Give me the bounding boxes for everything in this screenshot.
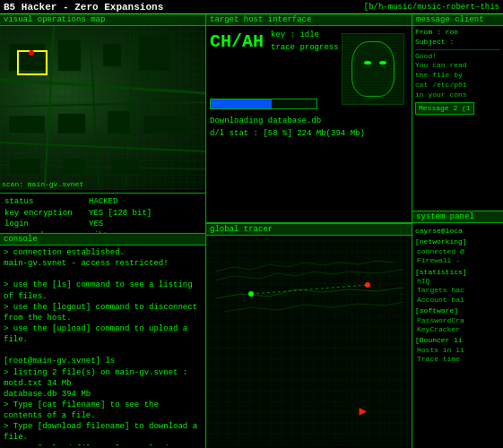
msg-body-line: in your cons	[415, 90, 500, 100]
msg-body-line: cat /etc/p01	[415, 81, 500, 90]
console-line: > connection established.	[4, 247, 202, 258]
target-panel: CH/AH key : idle trace progress : 01:03:…	[206, 26, 412, 223]
download-file: Downloading database.db	[210, 116, 408, 128]
sys-section: [Bouncer li	[415, 336, 500, 345]
main-layout: visual operations map	[0, 14, 503, 448]
sys-item: Hosts in li	[415, 346, 500, 355]
sys-item: PasswordCra	[415, 316, 500, 325]
info-value: YES [128 bit]	[89, 208, 152, 220]
system-content: cayrse@loca [networking]connected @Firew…	[412, 223, 503, 366]
console-line: > Type [upload filename] to upload a fil…	[4, 444, 202, 445]
console-line: database.db 394 Mb	[4, 389, 202, 400]
console-line: [root@main-gv.svnet] ls	[4, 356, 202, 366]
console-panel[interactable]: console > connection established.main-gv…	[0, 233, 205, 448]
sys-item: KeyCracker	[415, 325, 500, 334]
message-client-title: message client	[412, 14, 503, 26]
svg-rect-13	[108, 111, 130, 134]
sys-section: [software]	[415, 306, 500, 315]
info-panel: statusHACKEDkey encryptionYES [128 bit]l…	[0, 194, 205, 233]
dl-stat: d/l stat : [58 %] 224 Mb(394 Mb)	[210, 128, 408, 141]
svg-rect-16	[63, 159, 85, 175]
ch-logo: CH/AH	[210, 33, 264, 51]
svg-line-3	[90, 26, 99, 187]
info-row: key encryptionYES [128 bit]	[4, 208, 201, 220]
sys-item: connected @	[415, 247, 500, 256]
svg-line-5	[0, 142, 205, 151]
info-label: key encryption	[4, 208, 85, 220]
svg-point-19	[29, 50, 34, 56]
console-line: main-gv.svnet - access restricted!	[4, 258, 202, 269]
msg-tab[interactable]: Message 2 (1	[415, 102, 474, 116]
map-scan-text: scan: main-gv.svnet	[2, 180, 83, 188]
global-tracer-panel: global tracer ▶	[206, 223, 412, 448]
console-content: > connection established.main-gv.svnet -…	[0, 246, 205, 445]
left-column: visual operations map	[0, 14, 206, 448]
progress-bar-inner	[211, 99, 272, 108]
eye-right	[379, 61, 386, 65]
svg-rect-11	[9, 116, 45, 134]
console-line: > Type [cat filename] to see the content…	[4, 400, 202, 421]
console-line: > Type [download filename] to download a…	[4, 421, 202, 443]
title-bar: B5 Hacker - Zero Expansions [b/h-music/m…	[0, 0, 503, 14]
msg-divider	[415, 49, 500, 50]
sys-sections: [networking]connected @Firewall - [stati…	[415, 237, 500, 364]
right-column: message client From : roo Subject : Good…	[412, 14, 503, 448]
progress-bar-outer	[210, 99, 317, 109]
svg-rect-15	[9, 159, 40, 175]
target-face	[342, 33, 404, 105]
info-label: login	[4, 219, 85, 230]
message-panel[interactable]: message client From : roo Subject : Good…	[412, 14, 503, 211]
msg-body: Good!You can readthe file bycat /etc/p01…	[415, 52, 500, 100]
map-background	[0, 26, 205, 190]
middle-column: target host interface CH/AH key : idle t…	[206, 14, 412, 448]
app-path: [b/h-music/music-robert-this	[364, 3, 499, 12]
svg-line-0	[0, 80, 205, 93]
sys-username: cayrse@loca	[415, 227, 500, 236]
sys-section: [networking]	[415, 237, 500, 246]
message-content: From : roo Subject : Good!You can readth…	[412, 26, 503, 211]
tracer-map: ▶	[206, 236, 412, 445]
svg-rect-17	[112, 159, 139, 175]
console-line: > listing 2 file(s) on main-gv.svnet :	[4, 367, 202, 378]
msg-body-line: You can read	[415, 61, 500, 71]
face-shape	[351, 41, 395, 97]
svg-rect-14	[143, 116, 188, 134]
console-title: console	[0, 234, 205, 246]
console-line: > use the [ls] command to see a listing …	[4, 280, 202, 301]
console-line: motd.txt 34 Mb	[4, 378, 202, 389]
visual-map-panel: visual operations map	[0, 14, 205, 194]
target-host-title: target host interface	[206, 14, 412, 26]
eye-left	[364, 61, 371, 65]
msg-from: From : roo	[415, 28, 500, 38]
sys-item: Firewall -	[415, 256, 500, 265]
console-line: > use the [upload] command to upload a f…	[4, 323, 202, 345]
console-line	[4, 269, 202, 280]
sys-item: hIQ	[415, 277, 500, 286]
svg-rect-9	[103, 44, 121, 66]
face-lines	[343, 34, 403, 104]
system-panel-title: system panel	[412, 211, 503, 223]
sys-item: Account bal	[415, 296, 500, 305]
map-image: scan: main-gv.svnet	[0, 26, 205, 190]
tracer-title: global tracer	[206, 224, 412, 236]
sys-item: Trace time	[415, 355, 500, 364]
svg-rect-8	[58, 39, 81, 71]
console-line	[4, 345, 202, 356]
svg-rect-10	[139, 35, 170, 71]
svg-rect-7	[9, 44, 45, 71]
dl-status: Downloading database.db d/l stat : [58 %…	[210, 116, 408, 140]
tracer-svg	[206, 236, 412, 445]
tracer-grid	[206, 236, 412, 445]
info-row: statusHACKED	[4, 196, 201, 208]
info-row: loginYES	[4, 219, 201, 230]
map-svg	[0, 26, 205, 190]
msg-body-line: Good!	[415, 52, 500, 62]
info-value: HACKED	[89, 196, 117, 208]
msg-body-line: the file by	[415, 71, 500, 81]
sys-section: [statistics]	[415, 268, 500, 277]
info-label: status	[4, 196, 85, 208]
info-value: YES	[89, 219, 103, 230]
sys-item: Targets hac	[415, 286, 500, 295]
svg-rect-12	[58, 114, 85, 134]
tracer-cursor: ▶	[360, 403, 367, 418]
